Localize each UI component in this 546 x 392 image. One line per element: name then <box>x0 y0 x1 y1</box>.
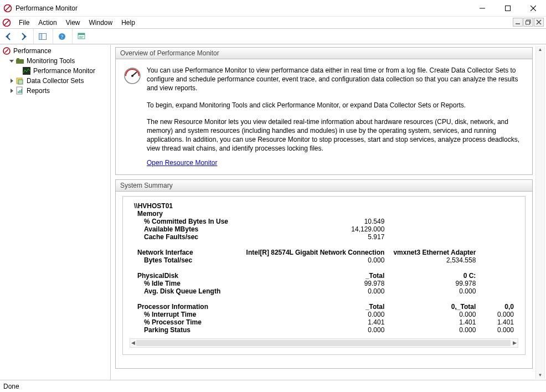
expander-icon[interactable] <box>9 58 14 64</box>
show-hide-tree-button[interactable] <box>36 30 49 43</box>
tree-node-data-collector-sets[interactable]: Data Collector Sets <box>8 76 109 86</box>
main-panel: Overview of Performance Monitor You can … <box>111 45 546 380</box>
metric-value: 0.000 <box>242 311 389 318</box>
perfmon-chart-icon <box>22 66 31 75</box>
open-resource-monitor-link[interactable]: Open Resource Monitor <box>147 159 217 167</box>
host-name: \\HVHOST01 <box>130 202 518 210</box>
tree-node-reports[interactable]: Reports <box>8 86 109 96</box>
tree-node-performance[interactable]: Performance <box>1 46 109 56</box>
svg-rect-31 <box>18 91 19 93</box>
minimize-button[interactable] <box>470 0 495 17</box>
mmc-icon <box>2 18 11 27</box>
metric-value: 1.401 <box>242 318 389 326</box>
metric-name: Avg. Disk Queue Length <box>130 287 242 295</box>
table-row: % Interrupt Time0.0000.0000.000 <box>130 311 518 318</box>
svg-rect-20 <box>78 33 85 35</box>
table-row: Processor Information _Total 0,_Total 0,… <box>130 303 518 311</box>
mdi-restore-button[interactable] <box>523 18 533 27</box>
menu-window[interactable]: Window <box>85 18 117 28</box>
instance-header: 0 C: <box>389 272 480 280</box>
network-category: Network Interface <box>130 249 242 256</box>
table-row: Bytes Total/sec0.0002,534.558 <box>130 256 518 264</box>
expander-placeholder <box>16 68 21 74</box>
maximize-button[interactable] <box>495 0 521 17</box>
tree-label: Data Collector Sets <box>27 77 84 85</box>
instance-header: Intel[R] 82574L Gigabit Network Connecti… <box>242 249 389 256</box>
disk-category: PhysicalDisk <box>130 272 242 280</box>
svg-point-36 <box>131 75 133 77</box>
svg-line-24 <box>5 49 8 53</box>
menu-action[interactable]: Action <box>34 18 61 28</box>
system-summary-header: System Summary <box>116 180 532 192</box>
close-button[interactable] <box>521 0 546 17</box>
tree-label: Performance <box>13 47 51 55</box>
overview-text-3: The new Resource Monitor lets you view d… <box>147 117 524 153</box>
properties-button[interactable] <box>75 30 88 43</box>
app-icon <box>3 4 12 13</box>
metric-value: 0.000 <box>242 326 389 334</box>
tree-node-performance-monitor[interactable]: Performance Monitor <box>14 66 109 76</box>
expander-icon[interactable] <box>9 78 14 84</box>
instance-header: 0,_Total <box>389 303 480 311</box>
overview-panel: Overview of Performance Monitor You can … <box>115 47 533 175</box>
help-button[interactable]: ? <box>55 30 69 43</box>
table-row: Avg. Disk Queue Length0.0000.000 <box>130 287 518 295</box>
scroll-right-icon[interactable]: ▶ <box>513 340 517 345</box>
metric-value: 0.000 <box>480 326 518 334</box>
svg-text:?: ? <box>61 34 64 40</box>
svg-line-7 <box>4 20 9 25</box>
metric-value: 5.917 <box>242 233 389 241</box>
window-title: Performance Monitor <box>16 4 78 12</box>
metric-value: 0.000 <box>389 326 480 334</box>
svg-rect-10 <box>526 21 530 24</box>
metric-value: 99.978 <box>242 280 389 287</box>
vertical-scrollbar[interactable]: ▲ ▼ <box>535 46 545 379</box>
table-row: % Idle Time99.97899.978 <box>130 280 518 287</box>
svg-rect-16 <box>39 33 42 39</box>
instance-header: _Total <box>242 303 389 311</box>
nav-back-button[interactable] <box>2 30 16 43</box>
overview-text-1: You can use Performance Monitor to view … <box>147 66 524 93</box>
metric-value: 0.000 <box>242 256 389 264</box>
metric-name: Parking Status <box>130 326 242 334</box>
metric-name: % Idle Time <box>130 280 242 287</box>
scroll-left-icon[interactable]: ◀ <box>131 340 135 345</box>
menu-help[interactable]: Help <box>117 18 140 28</box>
menu-file[interactable]: File <box>14 18 34 28</box>
metric-value: 99.978 <box>389 280 480 287</box>
menu-view[interactable]: View <box>61 18 85 28</box>
tree-label: Performance Monitor <box>33 67 95 75</box>
svg-rect-26 <box>17 58 19 60</box>
svg-rect-32 <box>19 90 20 93</box>
expander-icon[interactable] <box>9 88 14 94</box>
navigation-tree[interactable]: Performance Monitoring Tools <box>1 46 109 96</box>
mdi-minimize-button[interactable] <box>513 18 523 27</box>
tree-label: Reports <box>27 87 50 95</box>
nav-forward-button[interactable] <box>17 30 30 43</box>
svg-rect-27 <box>23 67 30 75</box>
scroll-down-icon[interactable]: ▼ <box>538 373 543 378</box>
table-row: Parking Status0.0000.0000.000 <box>130 326 518 334</box>
svg-marker-14 <box>24 34 27 39</box>
metric-value: 0.000 <box>389 311 480 318</box>
svg-marker-13 <box>6 34 8 39</box>
metric-value: 2,534.558 <box>389 256 480 264</box>
mdi-close-button[interactable] <box>534 18 544 27</box>
table-row: Network Interface Intel[R] 82574L Gigabi… <box>130 249 518 256</box>
metric-value: 0.000 <box>480 311 518 318</box>
scrollbar-thumb[interactable] <box>136 340 511 346</box>
metric-name: Bytes Total/sec <box>130 256 242 264</box>
memory-category: Memory <box>130 210 518 218</box>
overview-text-2: To begin, expand Monitoring Tools and cl… <box>147 101 524 110</box>
tree-node-monitoring-tools[interactable]: Monitoring Tools <box>8 56 109 66</box>
scroll-up-icon[interactable]: ▲ <box>538 47 543 52</box>
metric-name: % Processor Time <box>130 318 242 326</box>
performance-icon <box>2 47 11 55</box>
status-bar: Done <box>0 380 546 392</box>
table-row: % Committed Bytes In Use10.549 <box>130 218 518 225</box>
folder-tools-icon <box>16 56 24 65</box>
horizontal-scrollbar[interactable]: ◀ ▶ <box>130 338 518 348</box>
metric-value: 1.401 <box>480 318 518 326</box>
metric-name: % Interrupt Time <box>130 311 242 318</box>
workspace: Performance Monitoring Tools <box>0 44 546 380</box>
